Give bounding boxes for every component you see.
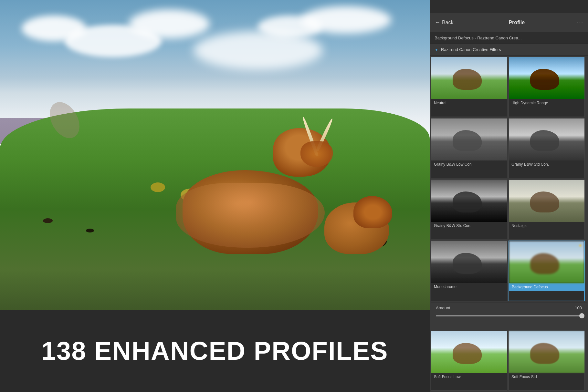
- panel-title: Profile: [457, 20, 577, 26]
- star-icon: ★: [578, 243, 583, 248]
- amount-slider-fill: [436, 315, 582, 316]
- thumb-hdr: [509, 57, 584, 99]
- panel-header: ← Back Profile ⋯: [430, 13, 588, 32]
- profile-label-bw-low: Grainy B&W Low Con.: [431, 160, 507, 168]
- thumb-bw-str: [431, 180, 507, 222]
- amount-value: 100: [575, 305, 582, 310]
- photo-container: [0, 0, 430, 310]
- panel-top-bar: [430, 0, 588, 13]
- profile-label-hdr: High Dynamic Range: [509, 99, 584, 107]
- profile-label-monochrome: Monochrome: [431, 283, 507, 291]
- profile-label-neutral: Neutral: [431, 99, 507, 107]
- thumb-bw-std: [509, 119, 584, 160]
- thumb-soft-std: [509, 331, 584, 373]
- caption-text: 138 ENHANCED PROFILES: [41, 336, 388, 366]
- back-button[interactable]: ← Back: [435, 19, 454, 26]
- profile-label-soft-low: Soft Focus Low: [431, 373, 507, 381]
- current-profile-name: Background Defocus - Raztrend Canon Crea…: [435, 36, 522, 40]
- profile-monochrome[interactable]: Monochrome: [431, 241, 507, 301]
- section-header: ▼ Raztrend Canon Creative Filters: [430, 44, 588, 56]
- profile-soft-std[interactable]: Soft Focus Std: [509, 331, 585, 391]
- calf: [324, 190, 395, 254]
- right-panel: ← Back Profile ⋯ Background Defocus - Ra…: [430, 0, 588, 392]
- current-profile-bar: Background Defocus - Raztrend Canon Crea…: [430, 32, 588, 44]
- caption-bar: 138 ENHANCED PROFILES: [0, 310, 430, 392]
- profile-bw-str[interactable]: Grainy B&W Str. Con.: [431, 180, 507, 240]
- profile-label-bg-defocus: Background Defocus: [509, 283, 584, 291]
- profile-neutral[interactable]: Neutral: [431, 57, 507, 117]
- section-title: Raztrend Canon Creative Filters: [441, 47, 501, 52]
- collapse-icon[interactable]: ▼: [435, 47, 438, 52]
- profile-bw-std[interactable]: Grainy B&W Std Con.: [509, 118, 585, 178]
- thumb-bg-defocus: ★: [509, 241, 584, 283]
- profile-bg-defocus[interactable]: ★ Background Defocus: [509, 241, 585, 301]
- highland-cow: [163, 119, 341, 254]
- thumb-neutral: [431, 57, 507, 99]
- amount-row: Amount 100: [431, 303, 587, 313]
- back-arrow-icon: ←: [435, 19, 440, 26]
- main-image-area: 138 ENHANCED PROFILES: [0, 0, 430, 392]
- profile-nostalgic[interactable]: Nostalgic: [509, 180, 585, 240]
- profile-label-soft-std: Soft Focus Std: [509, 373, 584, 381]
- thumb-nostalgic: [509, 180, 584, 222]
- thumb-soft-low: [431, 331, 507, 373]
- slider-row[interactable]: [431, 313, 587, 320]
- thumb-mono: [431, 241, 507, 283]
- amount-label: Amount: [436, 305, 575, 310]
- profile-soft-low[interactable]: Soft Focus Low: [431, 331, 507, 391]
- profile-label-bw-str: Grainy B&W Str. Con.: [431, 222, 507, 230]
- photo-scene: [0, 0, 430, 310]
- menu-button[interactable]: ⋯: [577, 19, 583, 26]
- back-label: Back: [442, 20, 454, 26]
- profiles-grid: Neutral High Dynamic Range Grainy B&W Lo…: [430, 56, 588, 392]
- profile-bw-low[interactable]: Grainy B&W Low Con.: [431, 118, 507, 178]
- profile-hdr[interactable]: High Dynamic Range: [509, 57, 585, 117]
- profile-label-nostalgic: Nostalgic: [509, 222, 584, 230]
- amount-slider-track[interactable]: [436, 315, 582, 316]
- profile-label-bw-std: Grainy B&W Std Con.: [509, 160, 584, 168]
- amount-slider-thumb[interactable]: [579, 313, 584, 318]
- thumb-bw-low: [431, 119, 507, 160]
